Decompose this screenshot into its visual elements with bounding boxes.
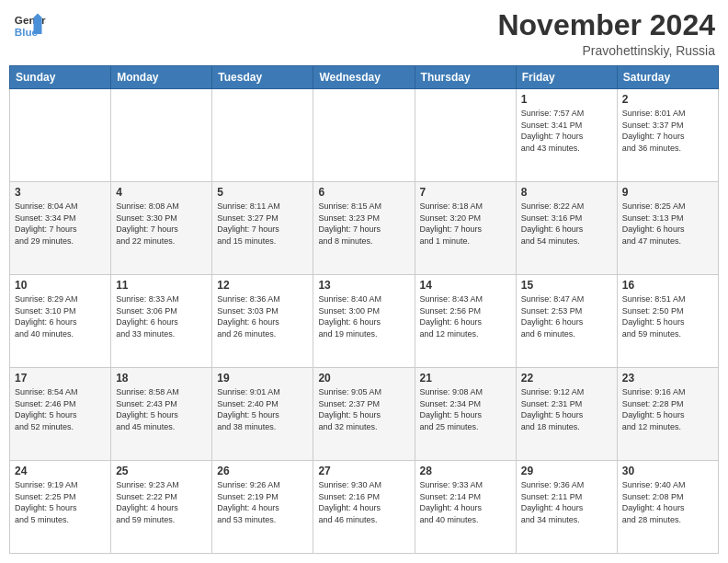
day-number: 6 <box>318 186 409 199</box>
week-row-2: 3Sunrise: 8:04 AM Sunset: 3:34 PM Daylig… <box>10 182 719 275</box>
day-number: 8 <box>521 186 612 199</box>
day-cell-1-1: 4Sunrise: 8:08 AM Sunset: 3:30 PM Daylig… <box>111 182 212 275</box>
header-saturday: Saturday <box>617 66 718 89</box>
day-number: 5 <box>217 186 308 199</box>
header: General Blue November 2024 Pravohettinsk… <box>9 9 719 58</box>
day-cell-4-4: 28Sunrise: 9:33 AM Sunset: 2:14 PM Dayli… <box>415 461 516 554</box>
calendar-table: Sunday Monday Tuesday Wednesday Thursday… <box>9 65 719 554</box>
day-number: 13 <box>318 279 409 292</box>
page: General Blue November 2024 Pravohettinsk… <box>0 0 728 563</box>
day-cell-0-6: 2Sunrise: 8:01 AM Sunset: 3:37 PM Daylig… <box>617 89 718 182</box>
day-cell-3-5: 22Sunrise: 9:12 AM Sunset: 2:31 PM Dayli… <box>516 368 617 461</box>
day-cell-4-0: 24Sunrise: 9:19 AM Sunset: 2:25 PM Dayli… <box>10 461 111 554</box>
week-row-3: 10Sunrise: 8:29 AM Sunset: 3:10 PM Dayli… <box>10 275 719 368</box>
day-info: Sunrise: 9:19 AM Sunset: 2:25 PM Dayligh… <box>15 479 106 525</box>
day-info: Sunrise: 8:11 AM Sunset: 3:27 PM Dayligh… <box>217 201 308 247</box>
day-number: 7 <box>420 186 511 199</box>
day-cell-0-0 <box>10 89 111 182</box>
day-cell-0-2 <box>212 89 313 182</box>
day-number: 24 <box>15 465 106 477</box>
day-info: Sunrise: 8:15 AM Sunset: 3:23 PM Dayligh… <box>318 201 409 247</box>
day-number: 19 <box>217 372 308 385</box>
day-cell-3-3: 20Sunrise: 9:05 AM Sunset: 2:37 PM Dayli… <box>313 368 415 461</box>
day-cell-2-5: 15Sunrise: 8:47 AM Sunset: 2:53 PM Dayli… <box>516 275 617 368</box>
day-info: Sunrise: 8:25 AM Sunset: 3:13 PM Dayligh… <box>622 201 713 247</box>
day-info: Sunrise: 8:29 AM Sunset: 3:10 PM Dayligh… <box>15 293 106 339</box>
day-info: Sunrise: 7:57 AM Sunset: 3:41 PM Dayligh… <box>521 108 612 154</box>
day-info: Sunrise: 8:43 AM Sunset: 2:56 PM Dayligh… <box>420 293 511 339</box>
day-number: 22 <box>521 372 612 385</box>
week-row-5: 24Sunrise: 9:19 AM Sunset: 2:25 PM Dayli… <box>10 461 719 554</box>
day-cell-0-3 <box>313 89 415 182</box>
day-number: 23 <box>622 372 713 385</box>
day-info: Sunrise: 8:33 AM Sunset: 3:06 PM Dayligh… <box>116 293 207 339</box>
day-cell-0-1 <box>111 89 212 182</box>
day-cell-0-4 <box>415 89 516 182</box>
day-cell-4-3: 27Sunrise: 9:30 AM Sunset: 2:16 PM Dayli… <box>313 461 415 554</box>
day-cell-1-0: 3Sunrise: 8:04 AM Sunset: 3:34 PM Daylig… <box>10 182 111 275</box>
day-cell-1-3: 6Sunrise: 8:15 AM Sunset: 3:23 PM Daylig… <box>313 182 415 275</box>
day-cell-2-3: 13Sunrise: 8:40 AM Sunset: 3:00 PM Dayli… <box>313 275 415 368</box>
day-cell-2-6: 16Sunrise: 8:51 AM Sunset: 2:50 PM Dayli… <box>617 275 718 368</box>
day-cell-4-5: 29Sunrise: 9:36 AM Sunset: 2:11 PM Dayli… <box>516 461 617 554</box>
week-row-1: 1Sunrise: 7:57 AM Sunset: 3:41 PM Daylig… <box>10 89 719 182</box>
day-number: 30 <box>622 465 713 477</box>
day-info: Sunrise: 9:12 AM Sunset: 2:31 PM Dayligh… <box>521 386 612 432</box>
day-info: Sunrise: 9:33 AM Sunset: 2:14 PM Dayligh… <box>420 479 511 525</box>
day-number: 18 <box>116 372 207 385</box>
day-info: Sunrise: 8:47 AM Sunset: 2:53 PM Dayligh… <box>521 293 612 339</box>
day-info: Sunrise: 8:36 AM Sunset: 3:03 PM Dayligh… <box>217 293 308 339</box>
day-number: 17 <box>15 372 106 385</box>
header-wednesday: Wednesday <box>313 66 415 89</box>
day-info: Sunrise: 8:54 AM Sunset: 2:46 PM Dayligh… <box>15 386 106 432</box>
day-number: 25 <box>116 465 207 477</box>
month-title: November 2024 <box>497 9 715 41</box>
day-cell-3-6: 23Sunrise: 9:16 AM Sunset: 2:28 PM Dayli… <box>617 368 718 461</box>
logo-icon: General Blue <box>13 9 46 42</box>
day-info: Sunrise: 8:22 AM Sunset: 3:16 PM Dayligh… <box>521 201 612 247</box>
day-info: Sunrise: 8:04 AM Sunset: 3:34 PM Dayligh… <box>15 201 106 247</box>
day-cell-0-5: 1Sunrise: 7:57 AM Sunset: 3:41 PM Daylig… <box>516 89 617 182</box>
day-number: 26 <box>217 465 308 477</box>
day-cell-2-4: 14Sunrise: 8:43 AM Sunset: 2:56 PM Dayli… <box>415 275 516 368</box>
header-sunday: Sunday <box>10 66 111 89</box>
day-number: 16 <box>622 279 713 292</box>
day-info: Sunrise: 8:40 AM Sunset: 3:00 PM Dayligh… <box>318 293 409 339</box>
day-info: Sunrise: 9:23 AM Sunset: 2:22 PM Dayligh… <box>116 479 207 525</box>
day-cell-2-2: 12Sunrise: 8:36 AM Sunset: 3:03 PM Dayli… <box>212 275 313 368</box>
day-info: Sunrise: 9:16 AM Sunset: 2:28 PM Dayligh… <box>622 386 713 432</box>
day-number: 14 <box>420 279 511 292</box>
calendar-header-row: Sunday Monday Tuesday Wednesday Thursday… <box>10 66 719 89</box>
day-info: Sunrise: 8:01 AM Sunset: 3:37 PM Dayligh… <box>622 108 713 154</box>
day-cell-1-4: 7Sunrise: 8:18 AM Sunset: 3:20 PM Daylig… <box>415 182 516 275</box>
day-info: Sunrise: 8:58 AM Sunset: 2:43 PM Dayligh… <box>116 386 207 432</box>
day-number: 2 <box>622 93 713 106</box>
day-cell-2-1: 11Sunrise: 8:33 AM Sunset: 3:06 PM Dayli… <box>111 275 212 368</box>
day-number: 1 <box>521 93 612 106</box>
day-info: Sunrise: 8:08 AM Sunset: 3:30 PM Dayligh… <box>116 201 207 247</box>
day-info: Sunrise: 9:26 AM Sunset: 2:19 PM Dayligh… <box>217 479 308 525</box>
logo: General Blue <box>13 9 46 42</box>
day-info: Sunrise: 8:18 AM Sunset: 3:20 PM Dayligh… <box>420 201 511 247</box>
day-cell-4-6: 30Sunrise: 9:40 AM Sunset: 2:08 PM Dayli… <box>617 461 718 554</box>
header-tuesday: Tuesday <box>212 66 313 89</box>
day-number: 15 <box>521 279 612 292</box>
day-info: Sunrise: 9:08 AM Sunset: 2:34 PM Dayligh… <box>420 386 511 432</box>
day-cell-1-6: 9Sunrise: 8:25 AM Sunset: 3:13 PM Daylig… <box>617 182 718 275</box>
day-cell-1-2: 5Sunrise: 8:11 AM Sunset: 3:27 PM Daylig… <box>212 182 313 275</box>
day-number: 20 <box>318 372 409 385</box>
day-cell-2-0: 10Sunrise: 8:29 AM Sunset: 3:10 PM Dayli… <box>10 275 111 368</box>
day-number: 21 <box>420 372 511 385</box>
day-number: 27 <box>318 465 409 477</box>
day-number: 3 <box>15 186 106 199</box>
day-number: 9 <box>622 186 713 199</box>
day-cell-3-2: 19Sunrise: 9:01 AM Sunset: 2:40 PM Dayli… <box>212 368 313 461</box>
day-info: Sunrise: 9:30 AM Sunset: 2:16 PM Dayligh… <box>318 479 409 525</box>
day-cell-3-1: 18Sunrise: 8:58 AM Sunset: 2:43 PM Dayli… <box>111 368 212 461</box>
location: Pravohettinskiy, Russia <box>497 43 715 58</box>
day-cell-1-5: 8Sunrise: 8:22 AM Sunset: 3:16 PM Daylig… <box>516 182 617 275</box>
day-info: Sunrise: 9:05 AM Sunset: 2:37 PM Dayligh… <box>318 386 409 432</box>
day-cell-4-1: 25Sunrise: 9:23 AM Sunset: 2:22 PM Dayli… <box>111 461 212 554</box>
day-info: Sunrise: 9:40 AM Sunset: 2:08 PM Dayligh… <box>622 479 713 525</box>
day-cell-3-4: 21Sunrise: 9:08 AM Sunset: 2:34 PM Dayli… <box>415 368 516 461</box>
